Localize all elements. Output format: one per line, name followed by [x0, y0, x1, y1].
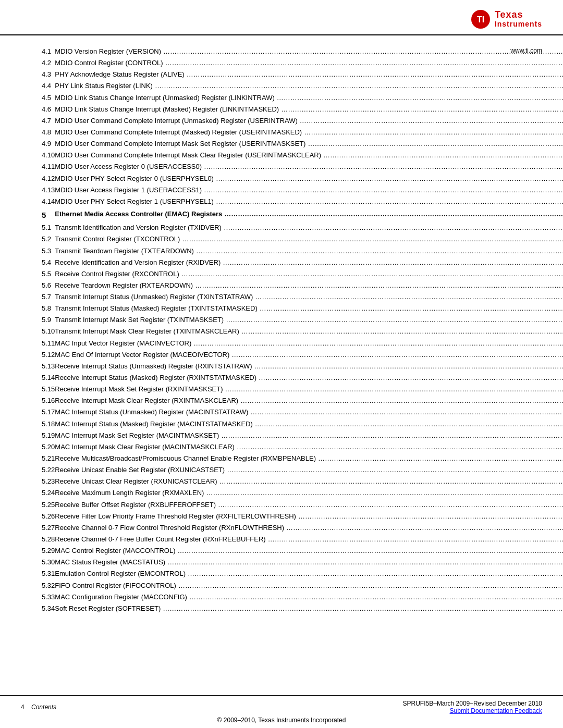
toc-title-cell: Receive Interrupt Status (Masked) Regist…	[55, 372, 563, 384]
toc-num: 4.4	[42, 80, 55, 92]
toc-title-cell: FIFO Control Register (FIFOCONTROL) ……………	[55, 580, 563, 591]
toc-title: Transmit Interrupt Status (Unmasked) Reg…	[55, 292, 253, 302]
toc-title-cell: Receive Filter Low Priority Frame Thresh…	[55, 511, 563, 522]
toc-dots: ……………………………………………………………………………………………………………	[214, 174, 563, 184]
toc-dots: ……………………………………………………………………………………………………………	[163, 58, 563, 68]
toc-title: MDIO User Access Register 0 (USERACCESS0…	[55, 162, 202, 172]
toc-dots: ……………………………………………………………………………………………………………	[204, 488, 563, 498]
toc-num: 5.25	[42, 499, 55, 511]
toc-row: 4.14MDIO User PHY Select Register 1 (USE…	[42, 196, 563, 207]
toc-dots: ……………………………………………………………………………………………………………	[217, 476, 563, 487]
toc-num: 5.30	[42, 557, 55, 568]
toc-dots: ……………………………………………………………………………………………………………	[214, 196, 563, 207]
toc-title-cell: MDIO Version Register (VERSION) ………………………	[55, 46, 563, 57]
toc-row: 4.5MDIO Link Status Change Interrupt (Un…	[42, 92, 563, 104]
ti-texas-label: Texas	[495, 10, 523, 20]
toc-num: 5.8	[42, 303, 55, 314]
toc-title: Emulation Control Register (EMCONTROL)	[55, 569, 186, 579]
toc-row: 5Ethernet Media Access Controller (EMAC)…	[42, 207, 563, 222]
toc-num: 5.18	[42, 418, 55, 430]
toc-row: 4.2MDIO Control Register (CONTROL) ………………	[42, 57, 563, 69]
toc-row: 5.2Transmit Control Register (TXCONTROL)…	[42, 233, 563, 245]
toc-title: Receive Interrupt Mask Clear Register (R…	[55, 396, 238, 406]
toc-title: MDIO User Access Register 1 (USERACCESS1…	[55, 185, 202, 195]
toc-title: MAC Configuration Register (MACCONFIG)	[55, 592, 187, 602]
toc-row: 5.3Transmit Teardown Register (TXTEARDOW…	[42, 245, 563, 257]
toc-num: 5.16	[42, 395, 55, 406]
toc-row: 4.4PHY Link Status Register (LINK) ………………	[42, 80, 563, 92]
toc-title: MAC Control Register (MACCONTROL)	[55, 546, 175, 556]
toc-title: Ethernet Media Access Controller (EMAC) …	[55, 209, 222, 219]
toc-title-cell: Transmit Interrupt Status (Masked) Regis…	[55, 303, 563, 314]
toc-title: Receive Interrupt Status (Masked) Regist…	[55, 373, 256, 383]
toc-title: FIFO Control Register (FIFOCONTROL)	[55, 581, 176, 591]
toc-title: Transmit Interrupt Mask Clear Register (…	[55, 326, 239, 337]
toc-num: 5.31	[42, 568, 55, 579]
toc-row: 5.20MAC Interrupt Mask Clear Register (M…	[42, 441, 563, 453]
toc-dots: ……………………………………………………………………………………………………………	[316, 453, 563, 464]
toc-row: 5.33MAC Configuration Register (MACCONFI…	[42, 591, 563, 603]
toc-title-cell: MAC Input Vector Register (MACINVECTOR) …	[55, 338, 563, 349]
toc-title: Transmit Teardown Register (TXTEARDOWN)	[55, 246, 194, 256]
toc-row: 4.1MDIO Version Register (VERSION) ………………	[42, 46, 563, 57]
toc-num: 5.7	[42, 291, 55, 303]
toc-title: MAC End Of Interrupt Vector Register (MA…	[55, 350, 229, 360]
toc-title: Receive Identification and Version Regis…	[55, 257, 221, 268]
toc-row: 4.3PHY Acknowledge Status Register (ALIV…	[42, 69, 563, 80]
toc-title: Receive Channel 0-7 Flow Control Thresho…	[55, 523, 284, 533]
toc-row: 4.10MDIO User Command Complete Interrupt…	[42, 150, 563, 161]
toc-title: Transmit Control Register (TXCONTROL)	[55, 234, 180, 244]
toc-row: 5.19MAC Interrupt Mask Set Register (MAC…	[42, 430, 563, 441]
toc-title: PHY Link Status Register (LINK)	[55, 81, 153, 91]
toc-dots: ……………………………………………………………………………………………………………	[153, 81, 563, 91]
toc-title-cell: Receive Unicast Enable Set Register (RXU…	[55, 464, 563, 476]
ti-logo-text: Texas Instruments	[495, 10, 542, 28]
ti-logo: TI Texas Instruments	[471, 9, 542, 29]
toc-row: 4.12MDIO User PHY Select Register 0 (USE…	[42, 173, 563, 184]
toc-title: MDIO User Command Complete Interrupt (Ma…	[55, 127, 302, 138]
toc-title-cell: PHY Link Status Register (LINK) ………………………	[55, 80, 563, 92]
toc-title-cell: MAC Configuration Register (MACCONFIG) ……	[55, 591, 563, 603]
toc-title-cell: MAC Interrupt Status (Masked) Register (…	[55, 418, 563, 430]
toc-num: 4.3	[42, 69, 55, 80]
toc-num: 4.13	[42, 184, 55, 196]
toc-dots: ……………………………………………………………………………………………………………	[223, 384, 563, 394]
toc-title-cell: MDIO User PHY Select Register 0 (USERPHY…	[55, 173, 563, 184]
toc-title: MAC Status Register (MACSTATUS)	[55, 557, 165, 567]
toc-num: 5.15	[42, 384, 55, 395]
footer-copyright: © 2009–2010, Texas Instruments Incorpora…	[21, 717, 542, 724]
feedback-link[interactable]: Submit Documentation Feedback	[450, 707, 542, 714]
toc-num: 5.32	[42, 580, 55, 591]
toc-title-cell: Transmit Interrupt Mask Set Register (TX…	[55, 314, 563, 326]
toc-title-cell: Receive Unicast Clear Register (RXUNICAS…	[55, 476, 563, 487]
toc-title-cell: Transmit Control Register (TXCONTROL) ………	[55, 233, 563, 245]
toc-title: MDIO User PHY Select Register 0 (USERPHY…	[55, 174, 214, 184]
toc-num: 5.20	[42, 441, 55, 453]
toc-row: 5.13Receive Interrupt Status (Unmasked) …	[42, 361, 563, 372]
toc-dots: ……………………………………………………………………………………………………………	[221, 257, 563, 268]
toc-num: 5.4	[42, 257, 55, 268]
toc-row: 5.5Receive Control Register (RXCONTROL) …	[42, 268, 563, 280]
toc-title-cell: MDIO Control Register (CONTROL) ………………………	[55, 57, 563, 69]
toc-dots: ……………………………………………………………………………………………………………	[266, 534, 563, 545]
toc-dots: ……………………………………………………………………………………………………………	[186, 569, 563, 579]
toc-dots: ……………………………………………………………………………………………………………	[296, 511, 563, 522]
toc-title: Soft Reset Register (SOFTRESET)	[55, 603, 161, 614]
toc-title: Receive Buffer Offset Register (RXBUFFER…	[55, 500, 216, 510]
toc-row: 5.24Receive Maximum Length Register (RXM…	[42, 487, 563, 499]
toc-title-cell: Ethernet Media Access Controller (EMAC) …	[55, 207, 563, 222]
toc-dots: ……………………………………………………………………………………………………………	[279, 104, 563, 115]
toc-num: 4.7	[42, 115, 55, 127]
website-url: www.ti.com	[510, 47, 542, 54]
toc-row: 4.8MDIO User Command Complete Interrupt …	[42, 127, 563, 138]
toc-row: 5.14Receive Interrupt Status (Masked) Re…	[42, 372, 563, 384]
toc-row: 5.34Soft Reset Register (SOFTRESET) ……………	[42, 603, 563, 614]
toc-title-cell: MAC Interrupt Mask Clear Register (MACIN…	[55, 441, 563, 453]
toc-title: Receive Filter Low Priority Frame Thresh…	[55, 511, 296, 522]
toc-title: Receive Unicast Clear Register (RXUNICAS…	[55, 476, 217, 487]
toc-title-cell: MDIO Link Status Change Interrupt (Unmas…	[55, 92, 563, 104]
toc-num: 4.11	[42, 161, 55, 172]
toc-title: MDIO Link Status Change Interrupt (Maske…	[55, 104, 279, 115]
toc-num: 4.5	[42, 92, 55, 104]
ti-logo-icon: TI	[471, 9, 491, 29]
